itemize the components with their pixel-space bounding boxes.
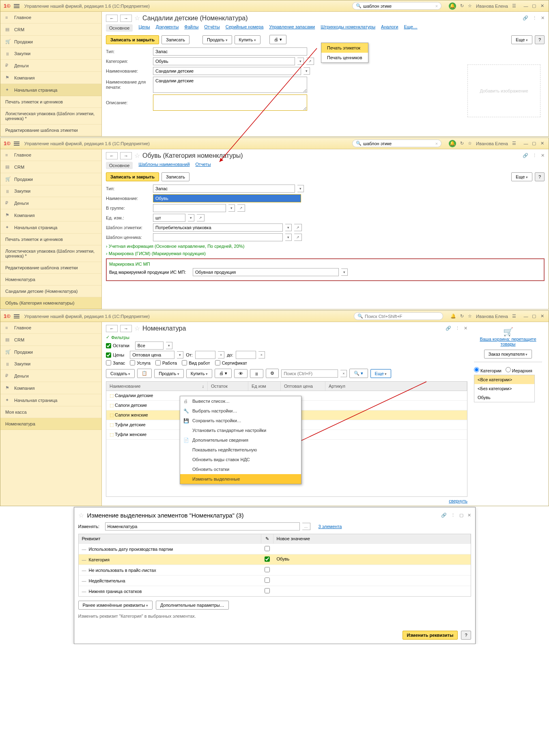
gism-link[interactable]: › Маркировка (ГИСМ) (Маркируемая продукц… bbox=[106, 251, 206, 256]
user-menu-icon[interactable]: ☰ bbox=[512, 3, 516, 9]
print-button[interactable]: 🖨 ▾ bbox=[215, 369, 232, 378]
nav-fwd[interactable]: → bbox=[120, 15, 132, 22]
col-article[interactable]: Артикул bbox=[325, 382, 467, 391]
name-dd[interactable]: ▾ bbox=[304, 67, 310, 75]
minimize-button[interactable]: — bbox=[523, 141, 529, 146]
col-newval[interactable]: Новое значение bbox=[273, 534, 471, 543]
more-icon[interactable]: ⋮ bbox=[451, 513, 455, 518]
sidebar-purchases[interactable]: ⫼Закупки bbox=[0, 185, 101, 197]
sidebar-main[interactable]: ≡Главное bbox=[0, 12, 101, 24]
help-button[interactable]: ? bbox=[535, 172, 545, 181]
radio-cats[interactable]: Категории bbox=[474, 367, 502, 373]
close-button[interactable]: ✕ bbox=[539, 314, 545, 319]
tab-barcodes[interactable]: Штрихкоды номенклатуры bbox=[321, 24, 375, 32]
nav-back[interactable]: ← bbox=[106, 325, 118, 332]
to-input[interactable] bbox=[236, 351, 256, 359]
cat-all[interactable]: <Все категории> bbox=[474, 375, 534, 384]
tab-files[interactable]: Файлы bbox=[184, 24, 198, 32]
tab-main[interactable]: Основное bbox=[106, 162, 133, 169]
maximize-button[interactable]: ▢ bbox=[531, 3, 537, 9]
attr-chk[interactable] bbox=[265, 556, 270, 562]
help-button[interactable]: ? bbox=[535, 35, 545, 44]
attr-row[interactable]: —Использовать дату производства партии bbox=[79, 543, 471, 554]
ctx-updrest[interactable]: Обновить остатки bbox=[180, 464, 301, 474]
tab-docs[interactable]: Документы bbox=[156, 24, 179, 32]
to-clr[interactable]: × bbox=[258, 351, 265, 359]
group-dd[interactable]: ▾ bbox=[228, 204, 235, 212]
category-open[interactable]: ↗ bbox=[306, 58, 314, 65]
cart-link[interactable]: Ваша корзина: перетащите товары bbox=[480, 337, 536, 346]
save-close-button[interactable]: Записать и закрыть bbox=[106, 172, 159, 181]
sidebar-edit-template[interactable]: Редактирование шаблона этикетки bbox=[0, 262, 101, 274]
save-close-button[interactable]: Записать и закрыть bbox=[106, 35, 159, 44]
copy-button[interactable]: 📋 bbox=[137, 369, 152, 378]
ismp-dd[interactable]: ▾ bbox=[341, 268, 348, 276]
image-placeholder[interactable]: Добавить изображение bbox=[467, 64, 540, 117]
history-icon[interactable]: ↻ bbox=[460, 141, 464, 146]
sidebar-home[interactable]: ✦Начальная страница bbox=[0, 394, 101, 406]
close-icon[interactable]: ✕ bbox=[467, 513, 471, 518]
cat-none[interactable]: <Без категории> bbox=[474, 384, 534, 393]
user-menu-icon[interactable]: ☰ bbox=[512, 314, 516, 319]
link-icon[interactable]: 🔗 bbox=[441, 513, 447, 518]
sidebar-sales[interactable]: 🛒Продажи bbox=[0, 173, 101, 185]
sidebar-labels[interactable]: Печать этикеток и ценников bbox=[0, 234, 101, 245]
more-icon[interactable]: ⋮ bbox=[455, 326, 460, 331]
price-dd[interactable]: ▾ bbox=[177, 351, 183, 359]
tab-stock[interactable]: Управление запасами bbox=[269, 24, 315, 32]
tab-analogs[interactable]: Аналоги bbox=[381, 24, 398, 32]
favorite-star[interactable]: ☆ bbox=[78, 511, 84, 519]
sidebar-company[interactable]: ⚑Компания bbox=[0, 209, 101, 221]
cb-stock[interactable]: Запас bbox=[106, 360, 125, 365]
more-icon[interactable]: ⋮ bbox=[532, 153, 537, 158]
save-button[interactable]: Записать bbox=[161, 35, 189, 44]
sidebar-logistics[interactable]: Логистическая упаковка (Шаблон этикетки,… bbox=[0, 245, 101, 262]
history-icon[interactable]: ↻ bbox=[460, 314, 464, 319]
price-select[interactable] bbox=[130, 351, 174, 359]
collapse-link[interactable]: свернуть bbox=[449, 498, 467, 503]
sidebar-nomenclature[interactable]: Номенклатура bbox=[0, 418, 101, 430]
more-icon[interactable]: ⋮ bbox=[532, 15, 537, 21]
ctx-export[interactable]: 🖨Вывести список… bbox=[180, 396, 301, 406]
more-button[interactable]: Еще bbox=[511, 172, 532, 181]
sidebar-sales[interactable]: 🛒Продажи bbox=[0, 346, 101, 358]
attr-chk[interactable] bbox=[265, 588, 270, 593]
user-name[interactable]: Иванова Елена bbox=[476, 141, 508, 146]
bell-icon[interactable]: 🔔 bbox=[449, 140, 456, 147]
sidebar-mycash[interactable]: Моя касса bbox=[0, 406, 101, 418]
clear-icon[interactable]: × bbox=[435, 4, 438, 9]
clear-icon[interactable]: × bbox=[435, 141, 438, 146]
nav-back[interactable]: ← bbox=[106, 152, 118, 159]
ctx-addinfo[interactable]: 📄Дополнительные сведения bbox=[180, 435, 301, 445]
from-input[interactable] bbox=[195, 351, 215, 359]
close-button[interactable]: ✕ bbox=[539, 3, 545, 9]
sidebar-money[interactable]: ₽Деньги bbox=[0, 60, 101, 72]
buy-button[interactable]: Купить bbox=[186, 369, 212, 378]
bell-icon[interactable]: 🔔 bbox=[450, 314, 456, 319]
attr-chk[interactable] bbox=[265, 546, 270, 551]
sidebar-company[interactable]: ⚑Компания bbox=[0, 72, 101, 84]
menu-icon[interactable] bbox=[14, 142, 19, 146]
col-unit[interactable]: Ед изм bbox=[248, 382, 281, 391]
sidebar-crm[interactable]: ▤CRM bbox=[0, 24, 101, 36]
buy-button[interactable]: Купить bbox=[235, 35, 261, 44]
pricetpl-open[interactable]: ↗ bbox=[294, 234, 302, 241]
tab-reports[interactable]: Отчёты bbox=[204, 24, 220, 32]
unit-dd[interactable]: ▾ bbox=[188, 214, 194, 221]
close-page[interactable]: ✕ bbox=[541, 153, 545, 158]
nav-fwd[interactable]: → bbox=[120, 152, 132, 159]
sidebar-sandals[interactable]: Сандалии детские (Номенклатура) bbox=[0, 286, 101, 297]
link-icon[interactable]: 🔗 bbox=[446, 326, 451, 331]
create-button[interactable]: Создать bbox=[106, 369, 135, 378]
global-search[interactable]: 🔍× bbox=[352, 140, 441, 147]
name-input[interactable] bbox=[153, 194, 301, 202]
help-button[interactable]: ? bbox=[461, 631, 471, 640]
ctx-save[interactable]: 💾Сохранить настройки… bbox=[180, 416, 301, 425]
sidebar-nomenclature[interactable]: Номенклатура bbox=[0, 274, 101, 286]
close-page[interactable]: ✕ bbox=[464, 326, 467, 331]
ismp-input[interactable] bbox=[193, 268, 339, 276]
unit-open[interactable]: ↗ bbox=[197, 214, 205, 221]
favorite-star[interactable]: ☆ bbox=[134, 14, 140, 22]
star-icon[interactable]: ☆ bbox=[468, 141, 472, 146]
menu-icon[interactable] bbox=[14, 4, 19, 8]
